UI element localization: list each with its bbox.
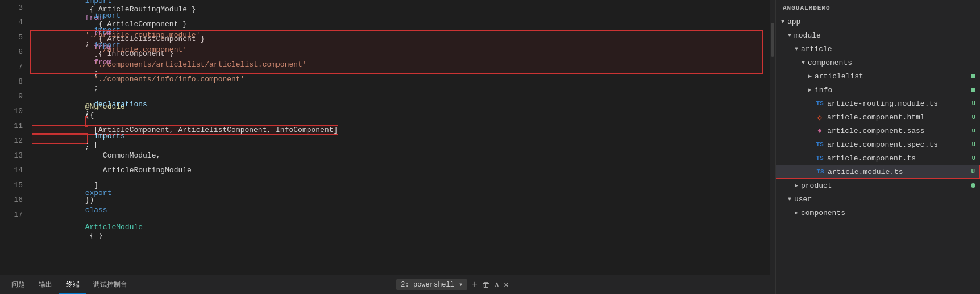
terminal-selector[interactable]: 2: powershell ▾	[396, 279, 467, 290]
badge-product	[971, 183, 975, 188]
ts-icon: TS	[815, 100, 825, 107]
code-lines: 3 4 import { ArticleRoutingModule } from…	[0, 0, 770, 275]
scrollbar-thumb[interactable]	[771, 23, 774, 57]
badge-articlelist	[971, 74, 975, 78]
arrow-product: ▶	[792, 182, 801, 189]
arrow-user: ▼	[785, 196, 794, 202]
arrow-app: ▼	[778, 19, 787, 25]
tab-terminal[interactable]: 终端	[59, 275, 86, 294]
arrow-components: ▼	[799, 60, 808, 66]
badge-article-component-spec: U	[971, 141, 975, 148]
main-area: 3 4 import { ArticleRoutingModule } from…	[0, 0, 980, 294]
badge-article-component-sass: U	[971, 127, 975, 134]
tree-item-components[interactable]: ▼ components	[776, 56, 980, 69]
badge-article-component-html: U	[971, 114, 975, 121]
terminal-area: 2: powershell ▾ + 🗑 ∧ ✕	[134, 279, 771, 290]
maximize-terminal-button[interactable]: ∧	[495, 280, 499, 289]
tab-debug-console[interactable]: 调试控制台	[86, 275, 134, 294]
tree-item-article-module-ts[interactable]: TS article.module.ts U	[776, 165, 980, 179]
tree-item-article-component-html[interactable]: ◇ article.component.html U	[776, 110, 980, 124]
sidebar-title: ANGUALRDEMO	[776, 0, 980, 15]
arrow-user-components: ▶	[792, 209, 801, 216]
tree-item-user[interactable]: ▼ user	[776, 192, 980, 206]
line-7: 7 import { InfoComponent } from './compo…	[0, 59, 770, 74]
trash-terminal-button[interactable]: 🗑	[482, 280, 490, 289]
tree-item-product[interactable]: ▶ product	[776, 179, 980, 192]
arrow-article: ▼	[792, 46, 801, 52]
close-terminal-button[interactable]: ✕	[504, 280, 508, 289]
add-terminal-button[interactable]: +	[472, 280, 477, 290]
tree-item-articlelist[interactable]: ▶ articlelist	[776, 69, 980, 83]
badge-article-component-ts: U	[971, 155, 975, 162]
badge-info	[971, 88, 975, 92]
tree-item-article[interactable]: ▼ article	[776, 42, 980, 56]
line-8: 8	[0, 74, 770, 89]
tree-item-article-routing-ts[interactable]: TS article-routing.module.ts U	[776, 97, 980, 110]
badge-article-module-ts: U	[971, 168, 975, 175]
bottom-panel: 问题 输出 终端 调试控制台 2: powershell ▾ + 🗑 ∧	[0, 275, 775, 294]
ts-icon-spec: TS	[815, 141, 825, 148]
arrow-module: ▼	[785, 32, 794, 39]
sass-icon: ♦	[815, 126, 825, 135]
tree-item-app[interactable]: ▼ app	[776, 15, 980, 28]
tree-item-module[interactable]: ▼ module	[776, 28, 980, 42]
line-17: 17 export class ArticleModule { }	[0, 207, 770, 222]
badge-article-routing-ts: U	[971, 100, 975, 107]
editor-area: 3 4 import { ArticleRoutingModule } from…	[0, 0, 775, 294]
arrow-articlelist: ▶	[805, 73, 815, 80]
tab-problems[interactable]: 问题	[5, 275, 32, 294]
arrow-info: ▶	[805, 86, 815, 93]
ts-icon-module: TS	[815, 168, 825, 175]
tab-output[interactable]: 输出	[32, 275, 59, 294]
tree-item-article-component-ts[interactable]: TS article.component.ts U	[776, 151, 980, 165]
scrollbar-track[interactable]	[770, 0, 775, 275]
tree-item-article-component-spec[interactable]: TS article.component.spec.ts U	[776, 138, 980, 151]
tree-item-article-component-sass[interactable]: ♦ article.component.sass U	[776, 124, 980, 138]
terminal-controls: + 🗑 ∧ ✕	[472, 280, 508, 290]
ts-icon-comp: TS	[815, 155, 825, 162]
tree-item-user-components[interactable]: ▶ components	[776, 206, 980, 220]
sidebar: ANGUALRDEMO ▼ app ▼ module ▼ article ▼ c…	[775, 0, 980, 294]
html-icon: ◇	[815, 113, 825, 122]
tree-item-info[interactable]: ▶ info	[776, 83, 980, 97]
